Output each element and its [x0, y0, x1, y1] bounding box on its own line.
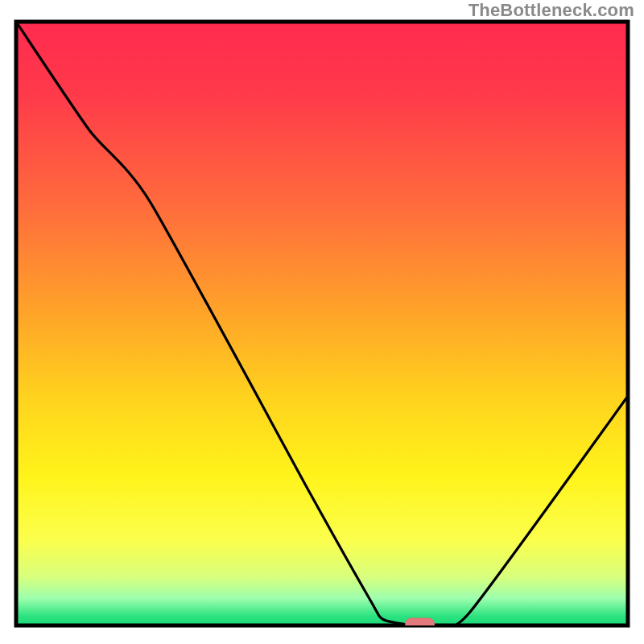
- optimal-marker: [406, 618, 435, 630]
- chart-svg: [0, 0, 644, 644]
- chart-container: TheBottleneck.com: [0, 0, 644, 644]
- plot-background: [16, 22, 628, 625]
